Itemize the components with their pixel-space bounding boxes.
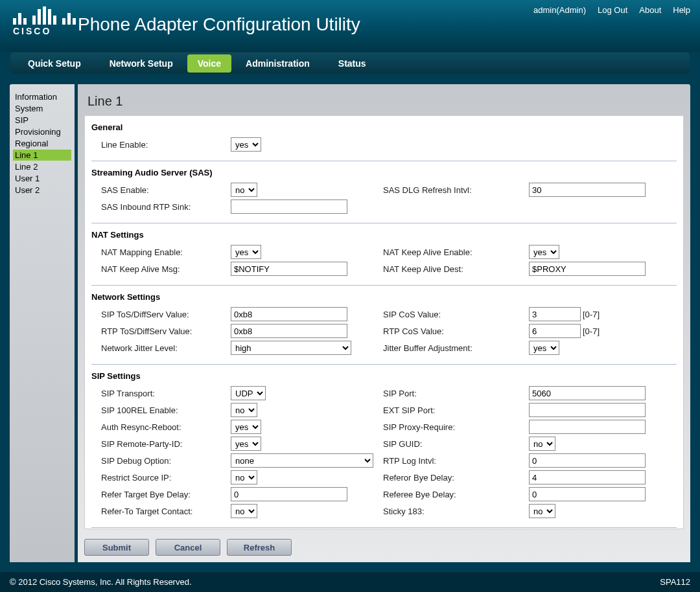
user-link[interactable]: admin(Admin) bbox=[533, 5, 586, 15]
section-title-nat: NAT Settings bbox=[91, 230, 677, 244]
sel-refer-to-contact[interactable]: no bbox=[231, 504, 257, 518]
sel-nat-ka-en[interactable]: yes bbox=[529, 245, 559, 259]
sel-debug[interactable]: none bbox=[231, 453, 373, 468]
lbl-jitter-lvl: Network Jitter Level: bbox=[101, 343, 231, 353]
inp-proxy-req[interactable] bbox=[529, 420, 646, 434]
model-text: SPA112 bbox=[660, 577, 690, 587]
about-link[interactable]: About bbox=[639, 5, 661, 15]
sidebar-line2[interactable]: Line 2 bbox=[13, 161, 71, 172]
sel-sip-transport[interactable]: UDP bbox=[231, 386, 266, 400]
logout-link[interactable]: Log Out bbox=[598, 5, 627, 15]
sidebar-user1[interactable]: User 1 bbox=[13, 173, 71, 184]
sel-nat-map[interactable]: yes bbox=[231, 245, 261, 259]
lbl-proxy-req: SIP Proxy-Require: bbox=[383, 422, 529, 432]
lbl-restrict-ip: Restrict Source IP: bbox=[101, 473, 231, 483]
brand-text: CISCO bbox=[13, 26, 76, 36]
inp-rtp-cos[interactable] bbox=[529, 324, 581, 338]
inp-nat-ka-dest[interactable] bbox=[529, 262, 646, 276]
lbl-rtp-cos: RTP CoS Value: bbox=[383, 326, 529, 336]
nav-administration[interactable]: Administration bbox=[231, 52, 324, 74]
top-links: admin(Admin) Log Out About Help bbox=[533, 5, 690, 15]
footer-buttons: Submit Cancel Refresh bbox=[78, 529, 690, 562]
inp-referee-bye[interactable] bbox=[529, 487, 646, 501]
lbl-100rel: SIP 100REL Enable: bbox=[101, 405, 231, 415]
sidebar: Information System SIP Provisioning Regi… bbox=[10, 84, 75, 562]
sel-line-enable[interactable]: yes bbox=[231, 137, 261, 152]
section-title-network: Network Settings bbox=[91, 292, 677, 306]
lbl-sip-tos: SIP ToS/DiffServ Value: bbox=[101, 310, 231, 319]
nav-voice[interactable]: Voice bbox=[187, 54, 231, 73]
inp-rtp-tos[interactable] bbox=[231, 324, 347, 338]
lbl-rtp-log: RTP Log Intvl: bbox=[383, 456, 529, 466]
lbl-auth-resync: Auth Resync-Reboot: bbox=[101, 422, 231, 432]
hint-rtp-cos: [0-7] bbox=[583, 326, 600, 336]
nav-quick-setup[interactable]: Quick Setup bbox=[14, 52, 95, 74]
copyright-text: © 2012 Cisco Systems, Inc. All Rights Re… bbox=[10, 577, 192, 587]
lbl-debug: SIP Debug Option: bbox=[101, 456, 231, 466]
sel-sas-enable[interactable]: no bbox=[231, 183, 257, 197]
sel-jitter-lvl[interactable]: high bbox=[231, 341, 351, 355]
inp-sas-dlg[interactable] bbox=[529, 183, 646, 197]
header: CISCO Phone Adapter Configuration Utilit… bbox=[0, 0, 700, 52]
inp-nat-ka-msg[interactable] bbox=[231, 262, 347, 276]
sidebar-line1[interactable]: Line 1 bbox=[13, 150, 71, 161]
nav-status[interactable]: Status bbox=[324, 52, 380, 74]
inp-sip-cos[interactable] bbox=[529, 307, 581, 321]
cancel-button[interactable]: Cancel bbox=[156, 539, 220, 556]
sidebar-user2[interactable]: User 2 bbox=[13, 185, 71, 196]
inp-sip-port[interactable] bbox=[529, 386, 646, 400]
lbl-remote-party: SIP Remote-Party-ID: bbox=[101, 439, 231, 449]
inp-sip-tos[interactable] bbox=[231, 307, 347, 321]
lbl-sas-enable: SAS Enable: bbox=[101, 185, 231, 195]
lbl-sas-rtp: SAS Inbound RTP Sink: bbox=[101, 202, 231, 212]
inp-rtp-log[interactable] bbox=[529, 453, 646, 468]
lbl-sip-transport: SIP Transport: bbox=[101, 389, 231, 398]
section-sip: SIP Settings SIP Transport:UDP SIP Port:… bbox=[91, 365, 677, 528]
lbl-nat-ka-msg: NAT Keep Alive Msg: bbox=[101, 264, 231, 274]
lbl-rtp-tos: RTP ToS/DiffServ Value: bbox=[101, 326, 231, 336]
lbl-nat-map: NAT Mapping Enable: bbox=[101, 247, 231, 257]
lbl-refer-target-bye: Refer Target Bye Delay: bbox=[101, 490, 231, 499]
hint-sip-cos: [0-7] bbox=[583, 310, 600, 319]
sidebar-information[interactable]: Information bbox=[13, 91, 71, 102]
lbl-nat-ka-en: NAT Keep Alive Enable: bbox=[383, 247, 529, 257]
submit-button[interactable]: Submit bbox=[84, 539, 149, 556]
sidebar-system[interactable]: System bbox=[13, 103, 71, 114]
sel-remote-party[interactable]: yes bbox=[231, 437, 261, 451]
sidebar-sip[interactable]: SIP bbox=[13, 115, 71, 126]
lbl-sticky183: Sticky 183: bbox=[383, 507, 529, 516]
page-title: Line 1 bbox=[78, 84, 690, 115]
lbl-line-enable: Line Enable: bbox=[101, 140, 231, 150]
help-link[interactable]: Help bbox=[673, 5, 690, 15]
inp-sas-rtp[interactable] bbox=[231, 199, 347, 214]
nav-network-setup[interactable]: Network Setup bbox=[95, 52, 187, 74]
sel-auth-resync[interactable]: yes bbox=[231, 420, 261, 434]
lbl-nat-ka-dest: NAT Keep Alive Dest: bbox=[383, 264, 529, 274]
lbl-ext-port: EXT SIP Port: bbox=[383, 405, 529, 415]
sidebar-provisioning[interactable]: Provisioning bbox=[13, 126, 71, 137]
inp-refer-target-bye[interactable] bbox=[231, 487, 347, 501]
refresh-button[interactable]: Refresh bbox=[227, 539, 292, 556]
content-panel: Line 1 General Line Enable: yes Streamin… bbox=[78, 84, 690, 562]
lbl-sip-cos: SIP CoS Value: bbox=[383, 310, 529, 319]
lbl-guid: SIP GUID: bbox=[383, 439, 529, 449]
lbl-sip-port: SIP Port: bbox=[383, 389, 529, 398]
sel-sticky183[interactable]: no bbox=[529, 504, 555, 518]
sel-100rel[interactable]: no bbox=[231, 403, 257, 417]
section-title-general: General bbox=[91, 122, 677, 136]
lbl-sas-dlg: SAS DLG Refresh Intvl: bbox=[383, 185, 529, 195]
inp-referor-bye[interactable] bbox=[529, 470, 646, 484]
sel-guid[interactable]: no bbox=[529, 437, 555, 451]
cisco-logo: CISCO bbox=[13, 6, 76, 36]
lbl-referor-bye: Referor Bye Delay: bbox=[383, 473, 529, 483]
sel-jitter-adj[interactable]: yes bbox=[529, 341, 559, 355]
sel-restrict-ip[interactable]: no bbox=[231, 470, 257, 484]
sidebar-regional[interactable]: Regional bbox=[13, 138, 71, 149]
section-title-sip: SIP Settings bbox=[91, 371, 677, 385]
inp-ext-port[interactable] bbox=[529, 403, 646, 417]
app-title: Phone Adapter Configuration Utility bbox=[78, 14, 360, 35]
section-general: General Line Enable: yes bbox=[91, 116, 677, 161]
cisco-bars-icon bbox=[13, 6, 76, 25]
settings-scroll[interactable]: General Line Enable: yes Streaming Audio… bbox=[84, 115, 684, 529]
section-sas: Streaming Audio Server (SAS) SAS Enable:… bbox=[91, 161, 677, 223]
